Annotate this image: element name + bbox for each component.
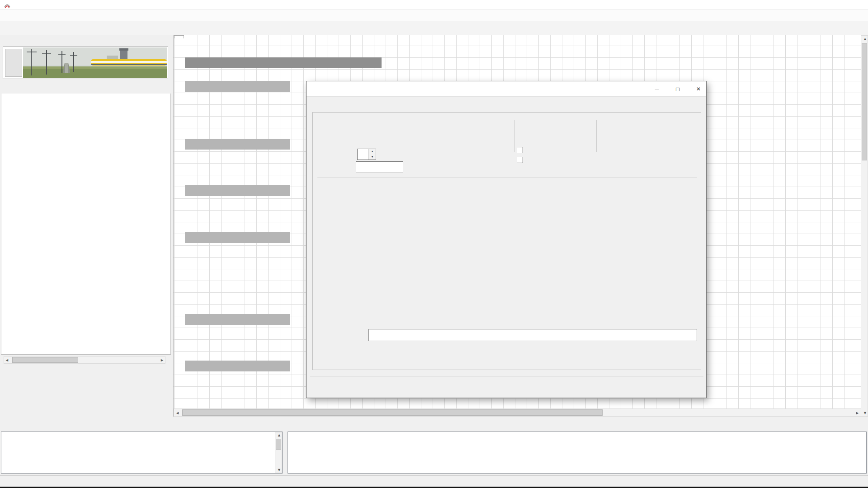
plan-label-wissels (185, 81, 290, 92)
loco-image-placeholder (5, 49, 22, 77)
app-icon (4, 1, 11, 9)
sein-type-groupbox (323, 120, 375, 152)
centrale-log[interactable] (288, 432, 867, 474)
scroll-right-icon[interactable]: ► (160, 358, 164, 362)
scroll-up-icon[interactable]: ▲ (863, 37, 867, 41)
checkbox-icon[interactable] (517, 157, 523, 163)
scroll-up-icon[interactable]: ▲ (277, 433, 281, 437)
dialog-close-button[interactable]: ✕ (691, 84, 706, 94)
plan-label-testomgeving (185, 57, 382, 68)
soort-groupbox (514, 120, 597, 152)
scroll-left-icon[interactable]: ◄ (175, 411, 179, 415)
close-button[interactable] (847, 0, 867, 10)
scroll-right-icon[interactable]: ► (855, 411, 859, 415)
server-log[interactable]: ▲ ▼ (1, 432, 283, 474)
scroll-thumb[interactable] (182, 409, 603, 416)
minimize-button[interactable] (807, 0, 827, 10)
server-log-vscrollbar[interactable]: ▲ ▼ (275, 432, 282, 473)
title-bar[interactable] (0, 0, 868, 10)
gebruik-prefix-checkbox[interactable] (517, 157, 525, 164)
checkbox-icon[interactable] (517, 147, 523, 153)
menu-bar (0, 10, 868, 21)
scroll-thumb[interactable] (276, 439, 281, 450)
sein-properties-dialog: ─ ◻ ✕ ▲▼ (306, 81, 707, 398)
canvas-vscrollbar[interactable]: ▲ ▼ (861, 35, 868, 417)
scroll-thumb[interactable] (862, 43, 867, 160)
separator (310, 376, 703, 376)
status-bar (0, 475, 868, 487)
loco-photo (23, 47, 167, 78)
loco-table-body[interactable] (1, 94, 171, 355)
loco-list-hscrollbar[interactable]: ◄ ► (4, 356, 165, 364)
dialog-details-panel: ▲▼ (312, 112, 701, 370)
dialog-minimize-button: ─ (650, 84, 664, 94)
tab-level-0[interactable] (174, 35, 184, 38)
plan-label-sein-22-24 (185, 314, 290, 325)
canvas-hscrollbar[interactable]: ◄ ► (174, 408, 861, 417)
dwerg-sein-checkbox[interactable] (517, 147, 525, 154)
prefix-input[interactable] (356, 161, 403, 173)
plan-label-seinen (185, 139, 290, 150)
spinner-arrows-icon[interactable]: ▲▼ (368, 149, 376, 160)
toolbar (0, 21, 868, 35)
separator (317, 178, 697, 178)
plan-label-ontkoppelaars (185, 185, 290, 196)
seinbeelden-spinner[interactable]: ▲▼ (357, 149, 376, 160)
maximize-button[interactable] (827, 0, 847, 10)
loco-photo-panel (3, 47, 168, 79)
scroll-down-icon[interactable]: ▼ (863, 411, 867, 415)
scroll-down-icon[interactable]: ▼ (277, 468, 281, 472)
seinbeelden-value (358, 149, 368, 160)
scroll-left-icon[interactable]: ◄ (5, 358, 9, 362)
plan-label-switches (185, 232, 290, 243)
scroll-thumb[interactable] (12, 357, 78, 363)
plan-label-sein-17-19 (185, 361, 290, 371)
dialog-title-bar[interactable]: ─ ◻ ✕ (307, 81, 706, 97)
seinbeeld-namen-input[interactable] (368, 329, 697, 341)
dialog-maximize-button[interactable]: ◻ (670, 84, 685, 94)
